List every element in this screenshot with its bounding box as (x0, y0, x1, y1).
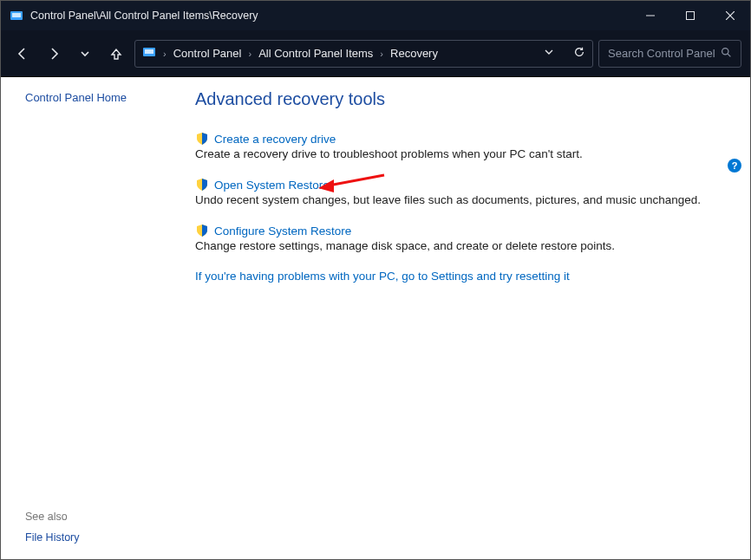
chevron-right-icon[interactable]: › (248, 49, 251, 59)
window-title: Control Panel\All Control Panel Items\Re… (30, 10, 630, 22)
sidebar-see-also: See also File History (25, 511, 80, 544)
window-controls (630, 1, 750, 30)
maximize-button[interactable] (670, 1, 710, 30)
control-panel-icon (10, 9, 23, 23)
refresh-button[interactable] (573, 46, 585, 61)
tool-create-recovery-drive: Create a recovery drive Create a recover… (195, 132, 724, 160)
breadcrumb-item[interactable]: Control Panel (173, 47, 242, 60)
see-also-label: See also (25, 511, 80, 523)
address-dropdown-button[interactable] (544, 47, 554, 60)
control-panel-icon (142, 45, 156, 62)
breadcrumb-item[interactable]: All Control Panel Items (258, 47, 373, 60)
recent-locations-button[interactable] (72, 41, 98, 67)
svg-rect-7 (145, 49, 153, 54)
reset-pc-link[interactable]: If you're having problems with your PC, … (195, 270, 724, 283)
chevron-right-icon[interactable]: › (163, 49, 167, 59)
main-panel: Advanced recovery tools Create a recover… (183, 77, 750, 559)
sidebar: Control Panel Home (1, 77, 183, 559)
forward-button[interactable] (41, 41, 67, 67)
svg-rect-1 (12, 13, 21, 17)
back-button[interactable] (10, 41, 36, 67)
shield-icon (195, 224, 209, 238)
control-panel-home-link[interactable]: Control Panel Home (25, 91, 183, 104)
window-titlebar: Control Panel\All Control Panel Items\Re… (1, 1, 750, 30)
file-history-link[interactable]: File History (25, 531, 80, 544)
minimize-button[interactable] (630, 1, 670, 30)
tool-open-system-restore: Open System Restore Undo recent system c… (195, 178, 724, 206)
tool-description: Create a recovery drive to troubleshoot … (195, 147, 724, 160)
search-icon (721, 47, 732, 61)
svg-line-9 (728, 54, 730, 56)
shield-icon (195, 178, 209, 192)
search-input[interactable]: Search Control Panel (598, 40, 741, 68)
breadcrumb-item[interactable]: Recovery (390, 47, 438, 60)
chevron-right-icon[interactable]: › (380, 49, 383, 59)
shield-icon (195, 132, 209, 146)
up-button[interactable] (103, 41, 129, 67)
search-placeholder: Search Control Panel (608, 47, 721, 60)
tool-description: Change restore settings, manage disk spa… (195, 239, 724, 252)
open-system-restore-link[interactable]: Open System Restore (214, 179, 330, 192)
svg-point-8 (722, 48, 728, 54)
tool-description: Undo recent system changes, but leave fi… (195, 193, 724, 206)
configure-system-restore-link[interactable]: Configure System Restore (214, 225, 351, 238)
tool-configure-system-restore: Configure System Restore Change restore … (195, 224, 724, 252)
page-title: Advanced recovery tools (195, 89, 724, 109)
address-bar[interactable]: › Control Panel › All Control Panel Item… (134, 40, 593, 68)
navigation-toolbar: › Control Panel › All Control Panel Item… (1, 30, 750, 77)
svg-rect-3 (687, 12, 695, 20)
content-area: ? Control Panel Home See also File Histo… (1, 77, 750, 559)
create-recovery-drive-link[interactable]: Create a recovery drive (214, 133, 336, 146)
close-button[interactable] (710, 1, 750, 30)
